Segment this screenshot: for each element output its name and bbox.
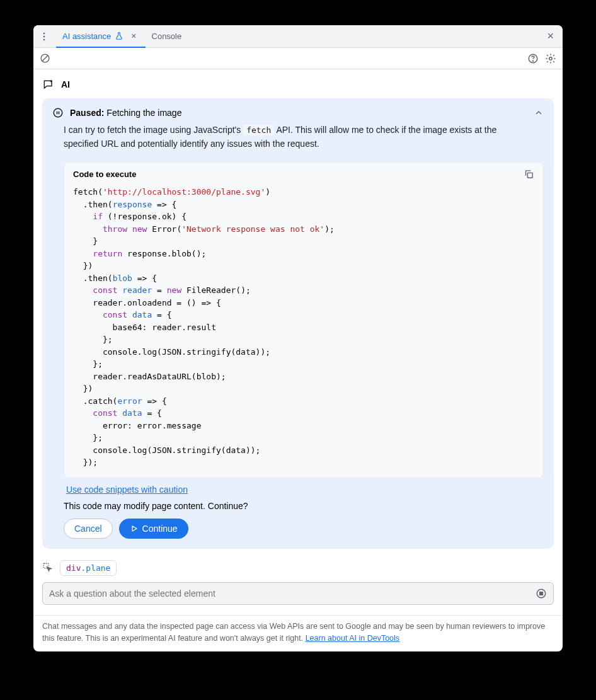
svg-point-6 <box>532 60 533 61</box>
confirm-text: This code may modify page content. Conti… <box>64 501 544 511</box>
continue-button[interactable]: Continue <box>119 519 188 539</box>
svg-rect-11 <box>527 173 532 178</box>
tab-ai-assistance[interactable]: AI assistance × <box>56 25 146 48</box>
more-icon[interactable] <box>38 31 50 42</box>
pause-icon <box>52 107 64 118</box>
selected-element-chip[interactable]: div.plane <box>60 560 117 576</box>
tab-label: Console <box>152 32 182 41</box>
tabbar: AI assistance × Console × <box>33 25 563 48</box>
flask-icon <box>115 32 123 40</box>
chat-icon <box>42 78 55 91</box>
footer-link[interactable]: Learn about AI in DevTools <box>306 634 399 643</box>
code-card: Code to execute fetch('http://localhost:… <box>64 162 544 478</box>
panel-header: Paused: Fetching the image <box>42 98 554 123</box>
help-icon[interactable] <box>527 53 539 64</box>
footer-note: Chat messages and any data the inspected… <box>33 615 563 652</box>
main-content: AI Paused: Fetching the image I can try … <box>33 69 563 615</box>
paused-panel: Paused: Fetching the image I can try to … <box>42 98 554 549</box>
inline-code: fetch <box>243 125 274 135</box>
toolbar <box>33 48 563 69</box>
button-row: Cancel Continue <box>64 519 544 539</box>
svg-point-0 <box>43 32 45 34</box>
paused-action: Fetching the image <box>106 108 181 118</box>
gear-icon[interactable] <box>545 53 556 64</box>
close-panel-icon[interactable]: × <box>543 27 558 45</box>
svg-point-1 <box>43 35 45 37</box>
code-block: fetch('http://localhost:3000/plane.svg')… <box>64 182 543 478</box>
inspect-icon[interactable] <box>42 562 54 573</box>
close-tab-icon[interactable]: × <box>129 31 139 41</box>
code-title: Code to execute <box>73 169 136 179</box>
question-input[interactable] <box>49 588 536 599</box>
svg-point-2 <box>43 38 45 40</box>
svg-point-7 <box>549 57 553 60</box>
svg-rect-14 <box>540 592 543 595</box>
question-input-box[interactable] <box>42 582 554 605</box>
caution-link[interactable]: Use code snippets with caution <box>66 485 544 495</box>
paused-text: Paused: Fetching the image <box>70 108 181 118</box>
clear-icon[interactable] <box>40 53 50 64</box>
copy-icon[interactable] <box>524 169 534 180</box>
element-selector-row: div.plane <box>42 558 554 582</box>
stop-icon[interactable] <box>536 588 547 599</box>
paused-label: Paused: <box>70 108 104 118</box>
explanation-text: I can try to fetch the image using JavaS… <box>42 123 554 156</box>
svg-point-8 <box>54 108 62 117</box>
svg-line-4 <box>42 55 48 61</box>
play-icon <box>130 524 139 533</box>
ai-label: AI <box>61 79 70 89</box>
tab-label: AI assistance <box>62 32 111 41</box>
tab-console[interactable]: Console <box>146 25 188 48</box>
cancel-button[interactable]: Cancel <box>64 519 113 539</box>
collapse-icon[interactable] <box>534 108 544 118</box>
ai-heading: AI <box>42 78 554 91</box>
devtools-window: AI assistance × Console × AI <box>33 25 563 651</box>
